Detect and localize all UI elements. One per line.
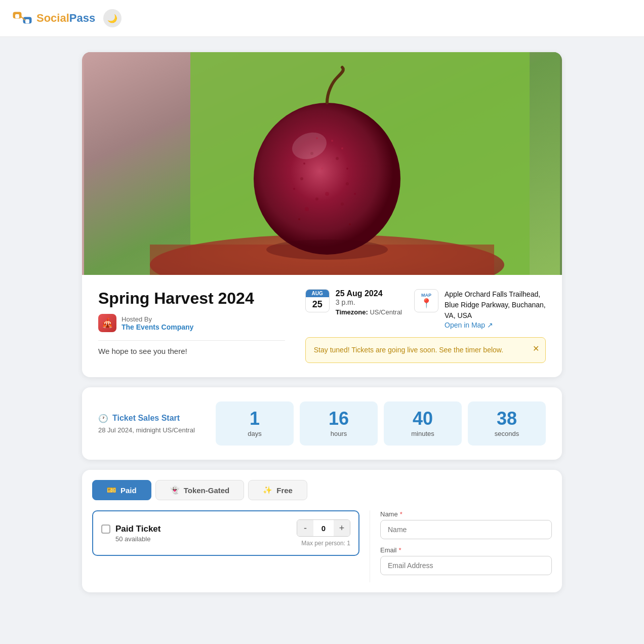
countdown-label-section: 🕐 Ticket Sales Start 28 Jul 2024, midnig… — [98, 414, 199, 434]
svg-point-18 — [321, 168, 323, 170]
svg-point-28 — [349, 223, 351, 225]
days-value: 1 — [250, 410, 260, 428]
tab-token-gated[interactable]: 👻 Token-Gated — [155, 480, 245, 500]
tab-free[interactable]: ✨ Free — [248, 480, 307, 500]
date-location-row: AUG 25 25 Aug 2024 3 p.m. Timezone: US/C… — [305, 289, 546, 329]
location-address: Apple Orchard Falls Trailhead, Blue Ridg… — [445, 289, 546, 321]
ticket-available: 50 available — [115, 535, 160, 543]
event-top-row: Spring Harvest 2024 🎪 Hosted By The Even… — [98, 289, 546, 363]
hours-label: hours — [331, 430, 347, 437]
event-left-section: Spring Harvest 2024 🎪 Hosted By The Even… — [98, 289, 285, 355]
svg-point-23 — [303, 163, 305, 165]
svg-point-12 — [300, 177, 303, 180]
quantity-control: - + — [297, 519, 350, 537]
host-row: 🎪 Hosted By The Events Company — [98, 314, 285, 332]
name-required-star: * — [400, 510, 402, 518]
map-pin-icon: 📍 — [421, 298, 432, 309]
email-input[interactable] — [380, 556, 552, 575]
ticket-name-section: Paid Ticket 50 available — [101, 524, 160, 543]
main-content: Spring Harvest 2024 🎪 Hosted By The Even… — [74, 52, 570, 592]
svg-point-16 — [305, 207, 309, 211]
ticket-tabs-row: 🎫 Paid 👻 Token-Gated ✨ Free — [82, 470, 562, 500]
host-info: Hosted By The Events Company — [122, 315, 193, 331]
tickets-body: Paid Ticket 50 available - — [82, 500, 562, 592]
svg-point-9 — [254, 103, 400, 255]
event-image — [82, 52, 562, 275]
date-main: 25 Aug 2024 — [336, 289, 402, 298]
max-per-person: Max per person: 1 — [297, 540, 350, 547]
seconds-value: 38 — [497, 410, 517, 428]
countdown-units: 1 days 16 hours 40 minutes 38 seconds — [216, 401, 546, 446]
ticket-name: Paid Ticket — [115, 524, 160, 534]
svg-point-17 — [325, 192, 329, 196]
tab-paid[interactable]: 🎫 Paid — [92, 480, 151, 500]
map-label-text: MAP — [421, 293, 431, 298]
minutes-value: 40 — [413, 410, 433, 428]
calendar-icon: AUG 25 — [305, 289, 330, 312]
name-field: Name * — [380, 510, 552, 539]
svg-rect-3 — [25, 19, 29, 23]
svg-point-14 — [315, 197, 318, 200]
svg-point-26 — [354, 193, 356, 195]
ticket-list: Paid Ticket 50 available - — [92, 510, 370, 582]
email-field: Email * — [380, 546, 552, 575]
host-name-link[interactable]: The Events Company — [122, 323, 193, 331]
ticket-right-panel: Name * Email * — [370, 510, 552, 582]
open-map-link[interactable]: Open in Map ↗ — [445, 321, 546, 329]
apple-svg — [82, 52, 562, 275]
svg-point-13 — [346, 182, 349, 185]
timezone-row: Timezone: US/Central — [336, 308, 402, 316]
countdown-seconds: 38 seconds — [468, 401, 546, 446]
divider — [98, 340, 285, 341]
ticket-card-top: Paid Ticket 50 available - — [101, 519, 350, 547]
svg-point-29 — [266, 239, 388, 260]
token-tab-label: Token-Gated — [184, 486, 230, 495]
quantity-section: - + Max per person: 1 — [297, 519, 350, 547]
notice-close-button[interactable]: ✕ — [533, 344, 539, 353]
cal-month: AUG — [306, 290, 329, 297]
quantity-minus-button[interactable]: - — [297, 520, 313, 536]
logo: SocialPass — [12, 8, 95, 28]
dark-mode-button[interactable]: 🌙 — [103, 9, 122, 27]
event-title: Spring Harvest 2024 — [98, 289, 285, 308]
countdown-title: 🕐 Ticket Sales Start — [98, 414, 199, 423]
cal-day: 25 — [312, 297, 323, 312]
email-field-label: Email * — [380, 546, 552, 554]
svg-point-15 — [341, 203, 344, 206]
name-field-label: Name * — [380, 510, 552, 518]
date-time: 3 p.m. — [336, 298, 402, 306]
tickets-section: 🎫 Paid 👻 Token-Gated ✨ Free — [82, 470, 562, 592]
svg-rect-1 — [15, 14, 19, 18]
email-required-star: * — [399, 546, 401, 554]
location-text-block: Apple Orchard Falls Trailhead, Blue Ridg… — [445, 289, 546, 329]
name-input[interactable] — [380, 520, 552, 539]
hours-value: 16 — [329, 410, 349, 428]
svg-point-22 — [341, 147, 343, 149]
svg-point-24 — [346, 168, 348, 170]
ticket-checkbox[interactable] — [101, 525, 110, 534]
countdown-hours: 16 hours — [300, 401, 378, 446]
logo-icon — [12, 8, 32, 28]
svg-point-25 — [293, 188, 295, 190]
event-right-section: AUG 25 25 Aug 2024 3 p.m. Timezone: US/C… — [305, 289, 546, 363]
svg-point-27 — [298, 218, 300, 220]
paid-tab-icon: 🎫 — [107, 486, 116, 495]
token-tab-icon: 👻 — [170, 486, 180, 495]
quantity-plus-button[interactable]: + — [334, 520, 350, 536]
notice-box: Stay tuned! Tickets are going live soon.… — [305, 337, 546, 363]
logo-text: SocialPass — [36, 12, 95, 25]
svg-point-11 — [336, 157, 339, 160]
free-tab-icon: ✨ — [263, 486, 272, 495]
minutes-label: minutes — [411, 430, 434, 437]
map-icon: MAP 📍 — [414, 289, 438, 312]
quantity-input[interactable] — [313, 522, 334, 535]
header: SocialPass 🌙 — [0, 0, 644, 37]
host-avatar: 🎪 — [98, 314, 116, 332]
svg-point-20 — [316, 137, 318, 139]
date-text: 25 Aug 2024 3 p.m. Timezone: US/Central — [336, 289, 402, 316]
event-description: We hope to see you there! — [98, 347, 285, 355]
seconds-label: seconds — [495, 430, 519, 437]
countdown-minutes: 40 minutes — [384, 401, 462, 446]
days-label: days — [248, 430, 261, 437]
svg-point-21 — [331, 140, 333, 142]
